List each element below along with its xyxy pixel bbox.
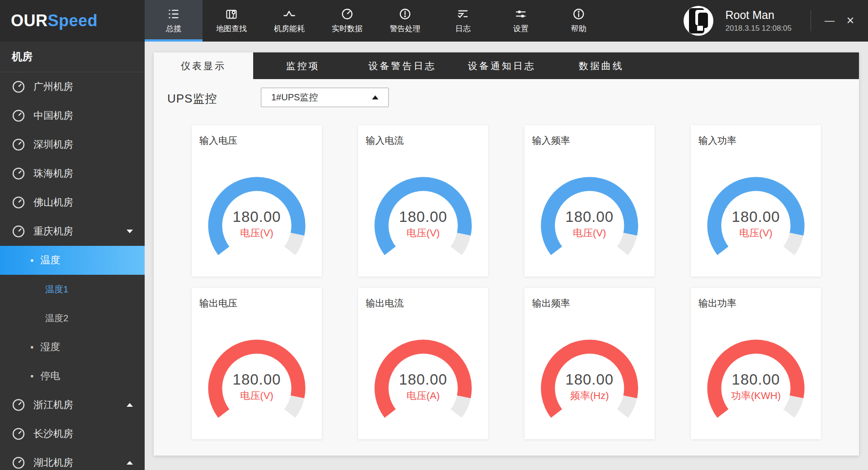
sidebar-item-label: 温度 — [40, 254, 60, 267]
gauge-value: 180.00 — [540, 371, 639, 388]
gauge-icon — [12, 80, 25, 94]
user-info: Root Man 2018.3.15 12:08:05 — [725, 9, 792, 33]
main-content: 仪表显示 监控项 设备警告日志 设备通知日志 数据曲线 UPS监控 1#UPS监… — [145, 42, 868, 470]
close-button[interactable]: ✕ — [840, 10, 861, 31]
sidebar-item-zhongguo[interactable]: 中国机房 — [0, 101, 145, 130]
gauge: 180.00 电压(V) — [207, 176, 307, 262]
gauge-unit: 电压(V) — [373, 226, 473, 240]
gauge: 180.00 电压(V) — [207, 338, 307, 424]
gauge-card: 输出电压 180.00 电压(V) — [192, 288, 322, 439]
sidebar-item-guangzhou[interactable]: 广州机房 — [0, 72, 145, 101]
nav-label: 警告处理 — [390, 24, 420, 34]
card-title: 输入频率 — [532, 134, 570, 147]
gauge: 180.00 电压(V) — [373, 176, 473, 262]
gauge: 180.00 功率(KWH) — [706, 338, 806, 424]
ups-selector[interactable]: 1#UPS监控 — [261, 88, 389, 107]
chevron-down-icon — [127, 230, 133, 233]
chevron-up-icon — [127, 461, 133, 465]
sidebar-item-label: 珠海机房 — [33, 167, 73, 180]
sidebar-item-label: 温度1 — [45, 283, 68, 296]
gauge-value: 180.00 — [373, 208, 473, 226]
gauge-unit: 电压(V) — [706, 226, 806, 240]
nav-label: 总揽 — [166, 24, 181, 34]
gauge-icon — [12, 167, 25, 180]
sidebar-item-label: 湿度 — [40, 340, 60, 354]
sidebar-item-shenzhen[interactable]: 深圳机房 — [0, 130, 145, 159]
gauge-card: 输入电流 180.00 电压(V) — [358, 125, 488, 277]
gauge-icon — [12, 196, 25, 209]
gauge-value: 180.00 — [373, 371, 473, 388]
tab-data-curve[interactable]: 数据曲线 — [552, 52, 651, 79]
gauge-icon — [12, 225, 25, 238]
gauge-card: 输入电压 180.00 电压(V) — [192, 125, 322, 277]
divider — [811, 10, 811, 31]
nav-label: 日志 — [455, 24, 471, 34]
nav-item-logs[interactable]: 日志 — [434, 0, 492, 42]
sliders-icon — [514, 8, 527, 20]
map-search-icon — [225, 8, 238, 20]
sidebar-item-label: 长沙机房 — [33, 427, 73, 441]
energy-wave-icon — [283, 8, 296, 20]
nav-item-alert-handling[interactable]: 警告处理 — [376, 0, 434, 42]
sidebar-item-label: 停电 — [40, 369, 60, 383]
sidebar-item-changsha[interactable]: 长沙机房 — [0, 419, 145, 448]
gauge-value: 180.00 — [540, 208, 639, 226]
gauge-unit: 功率(KWH) — [706, 389, 806, 403]
gauge-unit: 电压(A) — [373, 389, 473, 403]
nav-label: 机房能耗 — [274, 24, 305, 34]
sidebar-item-label: 中国机房 — [33, 109, 73, 122]
gauge: 180.00 电压(V) — [706, 176, 806, 262]
tab-device-notice-log[interactable]: 设备通知日志 — [452, 52, 552, 79]
sidebar-item-chongqing[interactable]: 重庆机房 — [0, 217, 145, 246]
nav-item-realtime-data[interactable]: 实时数据 — [318, 0, 376, 42]
user-area: Root Man 2018.3.15 12:08:05 — ✕ — [684, 0, 868, 42]
card-title: 输出功率 — [698, 297, 736, 310]
content-panel: 仪表显示 监控项 设备警告日志 设备通知日志 数据曲线 UPS监控 1#UPS监… — [154, 52, 859, 456]
card-title: 输出电流 — [366, 297, 404, 310]
tab-monitor-items[interactable]: 监控项 — [253, 52, 353, 79]
minimize-button[interactable]: — — [819, 10, 840, 31]
sidebar-item-power-outage[interactable]: 停电 — [0, 362, 145, 390]
nav-item-map-search[interactable]: 地图查找 — [203, 0, 260, 42]
nav-item-help[interactable]: 帮助 — [550, 0, 608, 42]
sidebar-item-zhuhai[interactable]: 珠海机房 — [0, 159, 145, 188]
sidebar-item-temperature[interactable]: 温度 — [0, 246, 145, 275]
sidebar-item-hubei[interactable]: 湖北机房 — [0, 448, 145, 470]
alert-circle-icon — [399, 8, 411, 20]
sidebar-item-label: 温度2 — [45, 312, 68, 324]
gauge: 180.00 电压(A) — [373, 338, 473, 424]
tab-bar: 仪表显示 监控项 设备警告日志 设备通知日志 数据曲线 — [154, 52, 859, 79]
gauge-value: 180.00 — [706, 208, 806, 226]
sidebar-item-temperature-2[interactable]: 温度2 — [0, 304, 145, 333]
avatar[interactable] — [684, 6, 713, 36]
gauge-icon — [12, 456, 25, 470]
nav-item-settings[interactable]: 设置 — [492, 0, 550, 42]
sidebar-item-label: 重庆机房 — [33, 225, 73, 238]
sidebar-item-label: 湖北机房 — [33, 456, 73, 470]
gauge-icon — [12, 138, 25, 151]
gauge-value: 180.00 — [207, 208, 307, 226]
log-list-icon — [457, 8, 469, 20]
card-title: 输入电流 — [366, 134, 404, 147]
gauge: 180.00 电压(V) — [540, 176, 639, 262]
sidebar-item-label: 广州机房 — [33, 80, 73, 94]
sidebar-item-zhejiang[interactable]: 浙江机房 — [0, 390, 145, 419]
ups-group-label: UPS监控 — [167, 91, 217, 107]
sidebar-item-temperature-1[interactable]: 温度1 — [0, 275, 145, 304]
gauge: 180.00 频率(Hz) — [540, 338, 639, 424]
gauge-card: 输出功率 180.00 功率(KWH) — [691, 288, 821, 439]
info-circle-icon — [572, 8, 585, 20]
nav-label: 实时数据 — [332, 24, 363, 34]
nav-item-overview[interactable]: 总揽 — [145, 0, 203, 42]
ups-selector-value: 1#UPS监控 — [271, 91, 318, 103]
sidebar-item-humidity[interactable]: 湿度 — [0, 333, 145, 362]
sidebar-item-label: 浙江机房 — [33, 398, 73, 412]
nav-item-energy[interactable]: 机房能耗 — [260, 0, 318, 42]
gauge-card: 输入频率 180.00 电压(V) — [524, 125, 655, 277]
sidebar-item-foshan[interactable]: 佛山机房 — [0, 188, 145, 217]
gauge-unit: 频率(Hz) — [540, 389, 639, 403]
tab-device-alert-log[interactable]: 设备警告日志 — [353, 52, 452, 79]
logo-primary: OUR — [11, 11, 48, 30]
tab-gauge-display[interactable]: 仪表显示 — [154, 52, 253, 79]
sidebar-title: 机房 — [0, 42, 145, 72]
